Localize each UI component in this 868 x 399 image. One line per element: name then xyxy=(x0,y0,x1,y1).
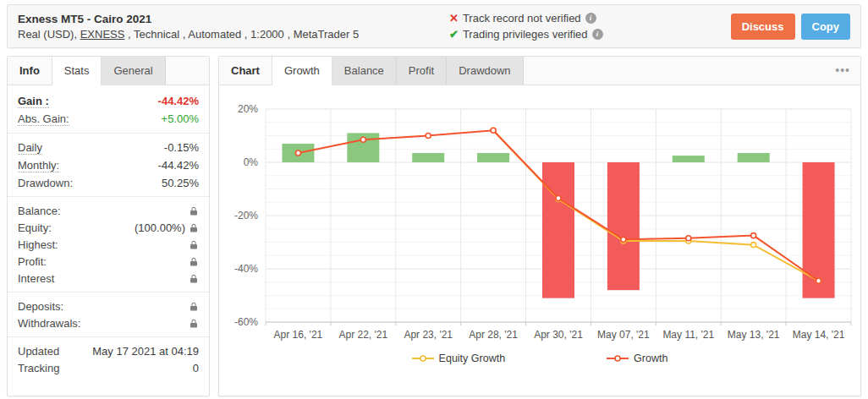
stat-value xyxy=(189,301,199,312)
chart-legend: Equity GrowthGrowth xyxy=(219,353,860,364)
stat-value: -0.15% xyxy=(164,141,199,154)
data-point-marker xyxy=(816,278,821,283)
subtitle-prefix: Real (USD), xyxy=(18,28,80,41)
stat-row: Tracking0 xyxy=(18,359,199,376)
data-point-marker xyxy=(556,196,561,201)
stat-row: Daily-0.15% xyxy=(18,139,199,156)
legend-item-equity-growth[interactable]: Equity Growth xyxy=(412,353,506,364)
stat-label: Daily xyxy=(18,141,42,155)
svg-text:Apr 23, '21: Apr 23, '21 xyxy=(404,329,453,341)
stat-value-text: -44.42% xyxy=(158,159,199,172)
divider xyxy=(8,292,209,292)
tab-profit[interactable]: Profit xyxy=(397,57,447,85)
stat-value-text: -44.42% xyxy=(158,95,199,107)
stat-row: Deposits: xyxy=(18,298,199,314)
stat-row: Abs. Gain:+5.00% xyxy=(18,110,199,128)
stat-label: Deposits: xyxy=(18,300,63,313)
cross-icon: ✕ xyxy=(449,10,459,26)
stat-value: (100.00%) xyxy=(135,221,199,234)
svg-text:0%: 0% xyxy=(244,156,259,168)
info-icon[interactable]: i xyxy=(585,13,596,24)
chart-card: ChartGrowthBalanceProfitDrawdown••• 20%0… xyxy=(218,56,861,396)
stats-list: Gain :-44.42%Abs. Gain:+5.00%Daily-0.15%… xyxy=(8,85,209,376)
subtitle-suffix: , Technical , Automated , 1:2000 , MetaT… xyxy=(124,28,359,41)
tab-info[interactable]: Info xyxy=(8,57,52,85)
stat-value-text: -0.15% xyxy=(164,141,199,154)
stat-label: Profit: xyxy=(18,255,47,268)
legend-item-growth[interactable]: Growth xyxy=(607,353,667,364)
stat-value: 0 xyxy=(193,362,199,374)
lock-icon xyxy=(189,273,199,284)
svg-text:Apr 16, '21: Apr 16, '21 xyxy=(274,329,323,341)
data-point-marker xyxy=(360,137,365,142)
svg-text:Apr 22, '21: Apr 22, '21 xyxy=(338,329,387,341)
discuss-button[interactable]: Discuss xyxy=(731,14,795,40)
copy-button[interactable]: Copy xyxy=(801,14,851,40)
growth-chart-svg: 20%0%-20%-40%-60%Apr 16, '21Apr 22, '21A… xyxy=(219,92,859,346)
stat-label: Gain : xyxy=(18,95,49,108)
svg-text:May 13, '21: May 13, '21 xyxy=(728,329,780,341)
stat-value xyxy=(189,318,199,329)
svg-text:-60%: -60% xyxy=(234,316,258,328)
tab-stats[interactable]: Stats xyxy=(52,57,102,85)
stat-row: Gain :-44.42% xyxy=(18,92,199,110)
gain-bar xyxy=(542,162,574,298)
verification-badges: ✕ Track record not verified i ✔ Trading … xyxy=(449,10,731,42)
tab-chart[interactable]: Chart xyxy=(219,57,272,85)
svg-text:May 11, '21: May 11, '21 xyxy=(662,329,714,341)
stat-value: -44.42% xyxy=(158,95,199,107)
divider xyxy=(8,133,209,134)
svg-text:Apr 28, '21: Apr 28, '21 xyxy=(469,329,518,341)
svg-text:May 07, '21: May 07, '21 xyxy=(597,329,650,341)
stat-value: -44.42% xyxy=(158,159,199,172)
account-header: Exness MT5 - Cairo 2021 Real (USD), EXNE… xyxy=(7,4,861,48)
tab-balance[interactable]: Balance xyxy=(332,57,397,85)
stat-value-text: +5.00% xyxy=(162,112,199,125)
stat-label: Interest xyxy=(18,272,54,285)
gain-bar xyxy=(607,162,640,290)
divider xyxy=(8,196,209,197)
lock-icon xyxy=(189,318,199,329)
stat-label: Drawdown: xyxy=(18,177,73,189)
tab-drawdown[interactable]: Drawdown xyxy=(447,57,523,85)
stat-value: May 17 2021 at 04:19 xyxy=(92,345,199,358)
stat-row: Balance: xyxy=(18,202,199,219)
gain-bar xyxy=(673,156,705,162)
options-menu-icon[interactable]: ••• xyxy=(835,57,850,84)
data-point-marker xyxy=(686,236,691,241)
stat-value-text: (100.00%) xyxy=(135,221,185,234)
stat-value xyxy=(189,205,199,216)
tab-growth[interactable]: Growth xyxy=(272,57,332,85)
stat-label: Withdrawals: xyxy=(18,317,80,330)
svg-text:-20%: -20% xyxy=(234,210,258,221)
header-buttons: Discuss Copy xyxy=(731,14,850,40)
stat-row: Highest: xyxy=(18,236,199,253)
stat-row: Interest xyxy=(18,270,199,287)
track-record-row: ✕ Track record not verified i xyxy=(449,10,731,26)
gain-bar xyxy=(477,153,509,162)
stat-row: Withdrawals: xyxy=(18,314,199,331)
data-point-marker xyxy=(751,243,756,248)
data-point-marker xyxy=(751,233,756,238)
myfxbook-account-page: Exness MT5 - Cairo 2021 Real (USD), EXNE… xyxy=(0,0,868,399)
stat-value: 50.25% xyxy=(162,177,199,189)
stats-card-tabs: InfoStatsGeneral xyxy=(8,57,209,85)
stat-value xyxy=(189,273,199,284)
stat-value-text: May 17 2021 at 04:19 xyxy=(92,345,199,358)
data-point-marker xyxy=(621,237,626,242)
stat-label: Highest: xyxy=(18,238,58,251)
divider xyxy=(8,336,209,337)
stat-value-text: 0 xyxy=(193,362,199,374)
broker-link[interactable]: EXNESS xyxy=(80,28,125,41)
stat-value-text: 50.25% xyxy=(162,177,199,189)
account-title: Exness MT5 - Cairo 2021 xyxy=(18,11,449,27)
stat-label: Equity: xyxy=(18,221,52,234)
tab-general[interactable]: General xyxy=(102,57,165,85)
info-icon[interactable]: i xyxy=(592,29,603,40)
svg-text:20%: 20% xyxy=(238,103,258,115)
stat-value xyxy=(189,239,199,250)
gain-bar xyxy=(412,153,444,162)
data-point-marker xyxy=(491,128,496,133)
svg-text:May 14, '21: May 14, '21 xyxy=(793,329,845,341)
data-point-marker xyxy=(295,150,300,156)
